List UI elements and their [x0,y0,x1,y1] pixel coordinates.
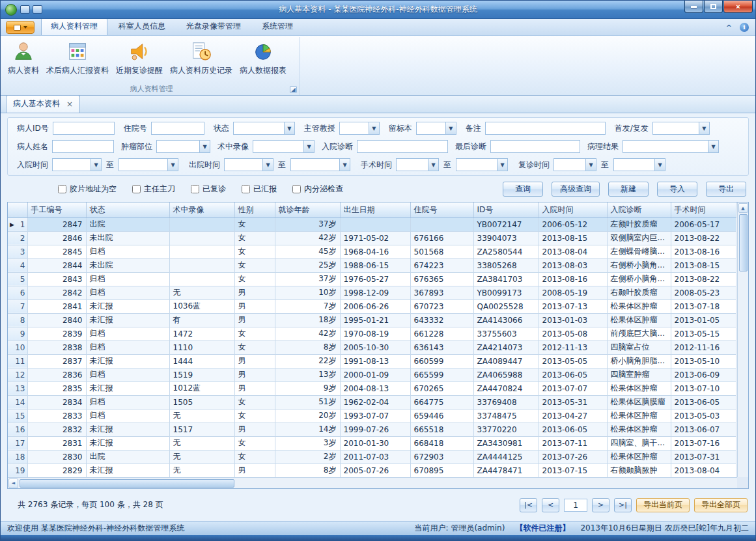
cell-admission-diagnosis[interactable]: 松果体区肿瘤 [607,381,671,395]
cell-admission-no[interactable]: 367893 [410,286,473,299]
info-icon[interactable]: i [740,23,749,32]
cell-age[interactable]: 7岁 [275,299,340,313]
row-indicator-cell[interactable]: 16 [8,423,27,436]
quick-access-icon-1[interactable] [20,5,30,14]
column-header[interactable]: 入院时间 [539,202,607,217]
final-diagnosis-input[interactable] [490,140,580,153]
cell-gender[interactable]: 男 [234,423,275,436]
cell-status[interactable]: 归档 [86,395,169,409]
cell-admission-no[interactable]: 636143 [410,340,473,354]
cell-birth-date[interactable]: 1962-02-04 [340,395,410,409]
chevron-down-icon[interactable]: ▼ [585,159,596,171]
pathology-result-combo[interactable]: ▼ [623,140,719,153]
cell-intraop-video[interactable]: 1036蓝 [169,299,234,313]
filter-checkbox[interactable]: 已复诊 [191,184,226,195]
cell-status[interactable]: 归档 [86,272,169,286]
cell-admission-time[interactable]: 2013-06-05 [539,423,607,436]
cell-surgery-time[interactable]: 2008-05-23 [671,286,736,299]
cell-manual-no[interactable]: 2836 [27,368,86,381]
row-indicator-cell[interactable]: 17 [8,436,27,450]
cell-age[interactable]: 45岁 [275,245,340,258]
remark-input[interactable] [485,122,606,135]
cell-admission-time[interactable]: 2013-07-11 [539,436,607,450]
table-row[interactable]: 11 2837 未汇报 1444 男 22岁 1991-08-13 660599 [8,354,736,368]
row-indicator-cell[interactable]: 7 [8,299,27,313]
ribbon-collapse-icon[interactable]: ^ [726,23,732,32]
cell-intraop-video[interactable] [169,272,234,286]
export-all-pages-button[interactable]: 导出全部页 [694,498,748,512]
cell-gender[interactable]: 男 [234,381,275,395]
column-header[interactable]: 入院诊断 [607,202,671,217]
filter-checkbox[interactable]: 主任主刀 [132,184,175,195]
cell-admission-time[interactable]: 2013-08-16 [539,272,607,286]
cell-status[interactable]: 未出院 [86,231,169,245]
ribbon-button-data-report[interactable]: 病人数据报表 [236,38,290,84]
cell-gender[interactable]: 男 [234,354,275,368]
cell-age[interactable]: 8岁 [275,340,340,354]
cell-birth-date[interactable] [340,217,410,231]
tab-patient-basic-data[interactable]: 病人基本资料 × [6,95,80,113]
row-indicator-cell[interactable]: 3 [8,245,27,258]
table-row[interactable]: 7 2841 未汇报 1036蓝 男 7岁 2006-06-26 670723 [8,299,736,313]
chevron-down-icon[interactable]: ▼ [262,159,273,171]
column-header[interactable]: 术中录像 [169,202,234,217]
table-row[interactable]: 19 2829 未汇报 无 男 8岁 2005-07-26 670895 [8,464,736,477]
horizontal-scrollbar[interactable]: ◄ [8,477,737,488]
cell-birth-date[interactable]: 1991-08-13 [340,354,410,368]
row-indicator-cell[interactable]: 18 [8,450,27,464]
cell-admission-no[interactable]: 670265 [410,381,473,395]
cell-manual-no[interactable]: 2832 [27,423,86,436]
cell-birth-date[interactable]: 1995-01-21 [340,313,410,327]
cell-birth-date[interactable]: 1976-05-27 [340,272,410,286]
chevron-down-icon[interactable]: ▼ [369,122,379,134]
cell-admission-time[interactable]: 2006-05-12 [539,217,607,231]
table-row[interactable]: 3 2845 归档 女 45岁 1968-04-16 501568 Z [8,245,736,258]
discharge-time-from-combo[interactable]: ▼ [224,158,273,171]
cell-gender[interactable]: 女 [234,450,275,464]
cell-admission-diagnosis[interactable]: 桥小脑角胆脂... [607,354,671,368]
cell-surgery-time[interactable]: 2013-06-05 [671,395,736,409]
cell-status[interactable]: 未汇报 [86,436,169,450]
cell-admission-no[interactable]: 670723 [410,299,473,313]
cell-surgery-time[interactable]: 2013-05-10 [671,354,736,368]
chevron-down-icon[interactable]: ▼ [91,159,101,171]
cell-admission-time[interactable]: 2013-05-08 [539,327,607,340]
specimen-combo[interactable]: ▼ [416,122,456,135]
ribbon-tab[interactable]: 科室人员信息 [109,18,175,35]
column-header[interactable]: 手术时间 [671,202,736,217]
cell-intraop-video[interactable] [169,217,234,231]
cell-surgery-time[interactable]: 2013-08-16 [671,245,736,258]
cell-status[interactable]: 归档 [86,340,169,354]
pager-prev-button[interactable]: < [542,498,559,512]
cell-admission-diagnosis[interactable]: 松果体区脑膜瘤 [607,395,671,409]
cell-admission-diagnosis[interactable]: 左侧蝶骨嵴脑... [607,245,671,258]
cell-manual-no[interactable]: 2845 [27,245,86,258]
cell-intraop-video[interactable]: 1519 [169,368,234,381]
cell-birth-date[interactable]: 1993-07-07 [340,409,410,423]
table-row[interactable]: 16 2832 未汇报 1517 男 14岁 1999-07-26 665518 [8,423,736,436]
filter-checkbox[interactable]: 内分泌检查 [292,184,343,195]
cell-surgery-time[interactable]: 2013-08-15 [671,258,736,272]
cell-intraop-video[interactable] [169,258,234,272]
cell-manual-no[interactable]: 2846 [27,231,86,245]
table-row[interactable]: 2 2846 未出院 女 42岁 1971-05-02 676166 [8,231,736,245]
cell-intraop-video[interactable]: 1110 [169,340,234,354]
vertical-scroll-thumb[interactable] [739,214,748,271]
checkbox-input[interactable] [132,185,141,193]
row-indicator-cell[interactable]: 2 [8,231,27,245]
cell-status[interactable]: 归档 [86,286,169,299]
tumor-site-combo[interactable]: ▼ [156,140,210,153]
cell-age[interactable]: 13岁 [275,368,340,381]
chevron-down-icon[interactable]: ▼ [654,159,665,171]
cell-surgery-time[interactable]: 2013-05-15 [671,327,736,340]
close-button[interactable]: × [723,1,753,13]
cell-admission-no[interactable]: 501568 [410,245,473,258]
cell-admission-no[interactable]: 670895 [410,464,473,477]
cell-id-no[interactable]: ZA4214073 [473,340,539,354]
cell-admission-diagnosis[interactable]: 双侧脑室内巨... [607,231,671,245]
chevron-down-icon[interactable]: ▼ [708,141,718,152]
patient-name-input[interactable] [52,140,114,153]
cell-gender[interactable]: 男 [234,286,275,299]
chevron-down-icon[interactable]: ▼ [445,122,456,134]
cell-surgery-time[interactable]: 2013-07-10 [671,381,736,395]
